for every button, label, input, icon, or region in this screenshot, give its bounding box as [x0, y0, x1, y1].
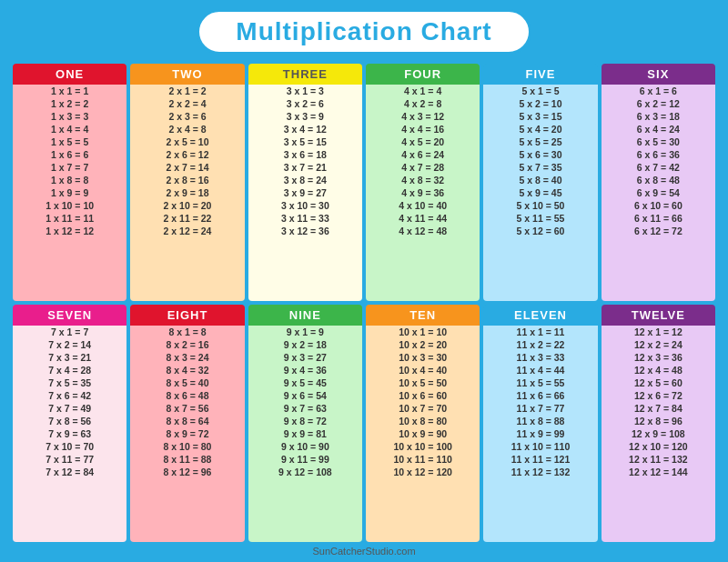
- table-row: 4 x 5 = 20: [366, 135, 480, 148]
- table-row: 1 x 7 = 7: [13, 161, 126, 174]
- table-row: 4 x 9 = 36: [366, 186, 480, 199]
- table-row: 10 x 10 = 100: [366, 440, 480, 453]
- table-row: 9 x 10 = 90: [248, 440, 362, 453]
- table-row: 10 x 3 = 30: [366, 351, 480, 364]
- table-row: 2 x 2 = 4: [130, 97, 244, 110]
- table-row: 1 x 3 = 3: [13, 110, 126, 123]
- table-row: 7 x 2 = 14: [13, 338, 126, 351]
- table-row: 8 x 2 = 16: [130, 338, 244, 351]
- table-header-three: THREE: [248, 64, 362, 85]
- table-row: 9 x 1 = 9: [248, 326, 362, 338]
- table-row: 5 x 9 = 45: [483, 186, 597, 199]
- table-row: 6 x 11 = 66: [602, 212, 715, 225]
- table-row: 10 x 6 = 60: [366, 389, 480, 402]
- table-row: 2 x 11 = 22: [130, 212, 244, 225]
- table-row: 1 x 4 = 4: [13, 123, 126, 135]
- table-row: 2 x 12 = 24: [130, 225, 244, 237]
- table-header-nine: NINE: [248, 305, 362, 326]
- table-block-one: ONE1 x 1 = 11 x 2 = 21 x 3 = 31 x 4 = 41…: [13, 64, 126, 301]
- table-header-eight: EIGHT: [130, 305, 244, 326]
- table-row: 2 x 5 = 10: [130, 135, 244, 148]
- table-body-five: 5 x 1 = 55 x 2 = 105 x 3 = 155 x 4 = 205…: [483, 85, 597, 301]
- table-row: 10 x 4 = 40: [366, 364, 480, 376]
- table-row: 3 x 11 = 33: [248, 212, 362, 225]
- table-row: 1 x 5 = 5: [13, 135, 126, 148]
- table-row: 2 x 8 = 16: [130, 174, 244, 186]
- table-row: 8 x 1 = 8: [130, 326, 244, 338]
- table-body-three: 3 x 1 = 33 x 2 = 63 x 3 = 93 x 4 = 123 x…: [248, 85, 362, 301]
- table-row: 9 x 6 = 54: [248, 389, 362, 402]
- table-row: 10 x 9 = 90: [366, 427, 480, 440]
- table-row: 10 x 1 = 10: [366, 326, 480, 338]
- table-header-eleven: ELEVEN: [483, 305, 597, 326]
- table-row: 11 x 4 = 44: [483, 364, 597, 376]
- table-row: 2 x 4 = 8: [130, 123, 244, 135]
- table-header-one: ONE: [13, 64, 126, 85]
- table-row: 6 x 12 = 72: [602, 225, 715, 237]
- table-row: 3 x 5 = 15: [248, 135, 362, 148]
- table-row: 5 x 4 = 20: [483, 123, 597, 135]
- table-row: 3 x 10 = 30: [248, 199, 362, 212]
- table-row: 7 x 10 = 70: [13, 440, 126, 453]
- table-row: 7 x 5 = 35: [13, 376, 126, 389]
- table-row: 4 x 12 = 48: [366, 225, 480, 237]
- table-body-eleven: 11 x 1 = 1111 x 2 = 2211 x 3 = 3311 x 4 …: [483, 326, 597, 542]
- table-row: 11 x 1 = 11: [483, 326, 597, 338]
- table-row: 4 x 3 = 12: [366, 110, 480, 123]
- table-body-six: 6 x 1 = 66 x 2 = 126 x 3 = 186 x 4 = 246…: [602, 85, 715, 301]
- table-row: 7 x 6 = 42: [13, 389, 126, 402]
- table-row: 2 x 3 = 6: [130, 110, 244, 123]
- table-row: 8 x 11 = 88: [130, 453, 244, 466]
- table-header-ten: TEN: [366, 305, 480, 326]
- table-row: 10 x 12 = 120: [366, 466, 480, 478]
- table-row: 4 x 1 = 4: [366, 85, 480, 97]
- table-body-eight: 8 x 1 = 88 x 2 = 168 x 3 = 248 x 4 = 328…: [130, 326, 244, 542]
- table-row: 9 x 11 = 99: [248, 453, 362, 466]
- table-row: 1 x 11 = 11: [13, 212, 126, 225]
- table-row: 5 x 10 = 50: [483, 199, 597, 212]
- table-row: 10 x 7 = 70: [366, 402, 480, 415]
- table-row: 4 x 11 = 44: [366, 212, 480, 225]
- table-row: 5 x 12 = 60: [483, 225, 597, 237]
- table-row: 2 x 10 = 20: [130, 199, 244, 212]
- table-row: 8 x 12 = 96: [130, 466, 244, 478]
- table-row: 12 x 10 = 120: [602, 440, 715, 453]
- table-block-ten: TEN10 x 1 = 1010 x 2 = 2010 x 3 = 3010 x…: [366, 305, 480, 542]
- table-row: 4 x 4 = 16: [366, 123, 480, 135]
- table-row: 7 x 3 = 21: [13, 351, 126, 364]
- table-row: 7 x 12 = 84: [13, 466, 126, 478]
- table-row: 12 x 1 = 12: [602, 326, 715, 338]
- table-row: 12 x 12 = 144: [602, 466, 715, 478]
- table-row: 3 x 1 = 3: [248, 85, 362, 97]
- table-row: 6 x 5 = 30: [602, 135, 715, 148]
- table-header-two: TWO: [130, 64, 244, 85]
- table-row: 4 x 7 = 28: [366, 161, 480, 174]
- table-row: 2 x 7 = 14: [130, 161, 244, 174]
- table-row: 10 x 8 = 80: [366, 415, 480, 427]
- table-block-five: FIVE5 x 1 = 55 x 2 = 105 x 3 = 155 x 4 =…: [483, 64, 597, 301]
- table-row: 5 x 6 = 30: [483, 148, 597, 161]
- table-row: 12 x 3 = 36: [602, 351, 715, 364]
- table-row: 7 x 1 = 7: [13, 326, 126, 338]
- table-row: 5 x 3 = 15: [483, 110, 597, 123]
- table-row: 3 x 9 = 27: [248, 186, 362, 199]
- table-row: 10 x 2 = 20: [366, 338, 480, 351]
- table-row: 3 x 7 = 21: [248, 161, 362, 174]
- table-row: 9 x 9 = 81: [248, 427, 362, 440]
- table-row: 11 x 12 = 132: [483, 466, 597, 478]
- table-row: 12 x 11 = 132: [602, 453, 715, 466]
- table-row: 8 x 3 = 24: [130, 351, 244, 364]
- table-row: 8 x 5 = 40: [130, 376, 244, 389]
- table-row: 3 x 3 = 9: [248, 110, 362, 123]
- table-row: 1 x 1 = 1: [13, 85, 126, 97]
- table-header-twelve: TWELVE: [602, 305, 715, 326]
- table-block-three: THREE3 x 1 = 33 x 2 = 63 x 3 = 93 x 4 = …: [248, 64, 362, 301]
- table-row: 11 x 7 = 77: [483, 402, 597, 415]
- table-row: 12 x 9 = 108: [602, 427, 715, 440]
- table-row: 12 x 7 = 84: [602, 402, 715, 415]
- table-row: 7 x 7 = 49: [13, 402, 126, 415]
- page-title: Multiplication Chart: [236, 17, 491, 45]
- table-block-six: SIX6 x 1 = 66 x 2 = 126 x 3 = 186 x 4 = …: [602, 64, 715, 301]
- table-header-five: FIVE: [483, 64, 597, 85]
- table-row: 6 x 4 = 24: [602, 123, 715, 135]
